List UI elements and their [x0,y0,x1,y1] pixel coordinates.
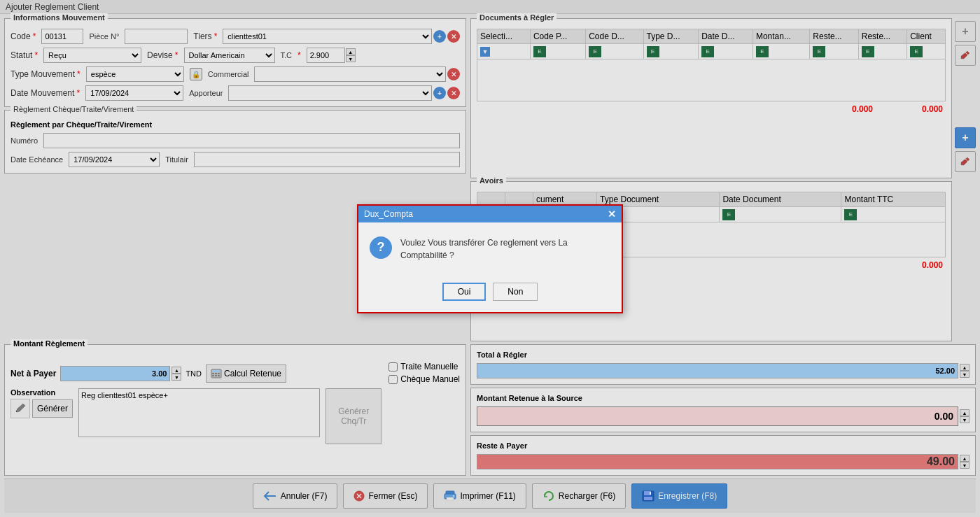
dialog-question-icon: ? [370,236,392,259]
dialog-message: Voulez Vous transférer Ce reglement vers… [400,236,610,262]
non-btn[interactable]: Non [493,283,538,301]
dialog-header: Dux_Compta ✕ [358,206,622,222]
dialog-box: Dux_Compta ✕ ? Voulez Vous transférer Ce… [357,204,623,313]
dialog-overlay: Dux_Compta ✕ ? Voulez Vous transférer Ce… [0,0,980,517]
dialog-close-btn[interactable]: ✕ [608,208,616,220]
dialog-buttons: Oui Non [358,276,622,312]
oui-btn[interactable]: Oui [442,283,486,301]
dialog-body: ? Voulez Vous transférer Ce reglement ve… [358,222,622,276]
dialog-title: Dux_Compta [364,209,413,219]
